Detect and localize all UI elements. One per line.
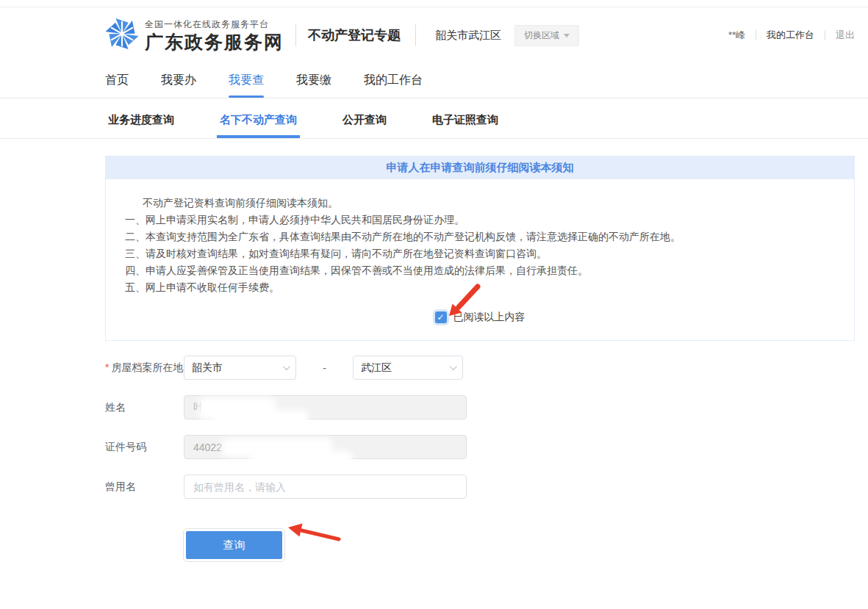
header-divider [295, 24, 296, 46]
former-name-label: 曾用名 [105, 480, 184, 494]
pinwheel-logo-icon [105, 17, 139, 54]
tab-progress-query[interactable]: 业务进度查询 [108, 113, 174, 138]
location-separator: - [296, 362, 353, 374]
agree-checkbox-label: 已阅读以上内容 [453, 311, 526, 324]
query-submit-button[interactable]: 查询 [186, 531, 282, 559]
main-nav-bar: 首页 我要办 我要查 我要缴 我的工作台 [0, 61, 868, 98]
header-divider [415, 24, 416, 46]
site-name: 广东政务服务网 [145, 31, 284, 53]
sub-tab-bar: 业务进度查询 名下不动产查询 公开查询 电子证照查询 [0, 98, 868, 139]
switch-region-label: 切换区域 [524, 29, 559, 42]
site-logo[interactable]: 全国一体化在线政务服务平台 广东政务服务网 [105, 17, 284, 54]
switch-region-button[interactable]: 切换区域 [514, 25, 579, 46]
notice-title: 申请人在申请查询前须仔细阅读本须知 [105, 156, 855, 179]
required-mark: * [105, 361, 109, 373]
nav-item-home[interactable]: 首页 [105, 73, 129, 98]
username[interactable]: **峰 [718, 29, 756, 42]
nav-item-query[interactable]: 我要查 [229, 73, 264, 98]
district-select[interactable]: 武江区 [353, 356, 463, 380]
tab-ecert-query[interactable]: 电子证照查询 [432, 113, 498, 138]
current-region: 韶关市武江区 [435, 29, 501, 43]
topic-title: 不动产登记专题 [308, 26, 401, 44]
location-label: *房屋档案所在地 [105, 361, 184, 375]
my-workspace-link[interactable]: 我的工作台 [756, 29, 825, 42]
notice-line-3: 三、请及时核对查询结果，如对查询结果有疑问，请向不动产所在地登记资料查询窗口咨询… [125, 245, 835, 262]
notice-line-1: 一、网上申请采用实名制，申请人必须持中华人民共和国居民身份证办理。 [125, 212, 835, 228]
query-form: *房屋档案所在地 韶关市 - 武江区 姓名 证件号码 [105, 356, 855, 559]
tab-my-property-query[interactable]: 名下不动产查询 [220, 113, 297, 138]
platform-tagline: 全国一体化在线政务服务平台 [145, 18, 284, 31]
chevron-down-icon [450, 363, 457, 370]
notice-line-2: 二、本查询支持范围为全广东省，具体查询结果由不动产所在地的不动产登记机构反馈，请… [125, 228, 835, 245]
notice-intro: 不动产登记资料查询前须仔细阅读本须知。 [125, 195, 835, 212]
city-select-value: 韶关市 [192, 361, 283, 375]
notice-panel: 申请人在申请查询前须仔细阅读本须知 不动产登记资料查询前须仔细阅读本须知。 一、… [105, 156, 855, 341]
name-label: 姓名 [105, 401, 184, 414]
former-name-field[interactable] [184, 475, 467, 499]
nav-item-workspace[interactable]: 我的工作台 [364, 73, 423, 98]
logout-link[interactable]: 退出 [825, 29, 855, 42]
nav-item-apply[interactable]: 我要办 [161, 73, 196, 98]
nav-item-pay[interactable]: 我要缴 [296, 73, 331, 98]
tab-public-query[interactable]: 公开查询 [342, 113, 387, 138]
agree-checkbox[interactable]: ✓ [435, 311, 447, 323]
page-top-rule [0, 0, 868, 7]
id-number-field [184, 435, 467, 459]
district-select-value: 武江区 [361, 361, 450, 375]
chevron-down-icon [283, 363, 290, 370]
id-number-label: 证件号码 [105, 441, 184, 454]
name-field [184, 395, 467, 419]
notice-line-4: 四、申请人应妥善保管及正当使用查询结果，因保管不善或不当使用造成的法律后果，自行… [125, 262, 835, 279]
check-icon: ✓ [437, 312, 444, 322]
site-header: 全国一体化在线政务服务平台 广东政务服务网 不动产登记专题 韶关市武江区 切换区… [0, 7, 868, 61]
caret-down-icon [564, 34, 570, 37]
notice-line-5: 五、网上申请不收取任何手续费。 [125, 279, 835, 296]
city-select[interactable]: 韶关市 [184, 356, 296, 380]
